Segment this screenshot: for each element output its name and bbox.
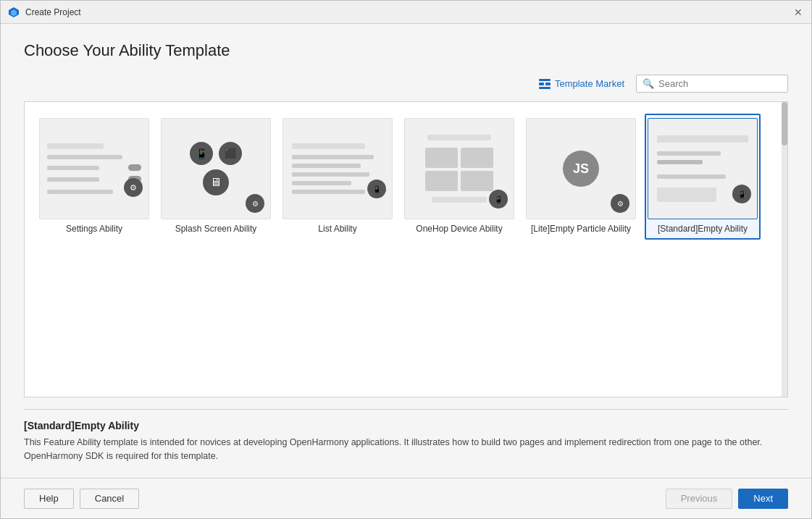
phone-icon: 📱: [190, 142, 213, 165]
cancel-button[interactable]: Cancel: [80, 489, 139, 509]
template-name-list: List Ability: [318, 224, 356, 235]
svg-rect-5: [539, 87, 551, 89]
template-splash-ability[interactable]: 📱 ⬛ 🖥 ⚙ Splash Screen Ability: [158, 114, 274, 240]
svg-rect-3: [539, 83, 544, 85]
template-thumb-onehop: 📱: [404, 118, 514, 219]
previous-button[interactable]: Previous: [666, 489, 733, 509]
scrollbar[interactable]: [782, 102, 787, 397]
footer-right: Previous Next: [666, 489, 788, 509]
divider: [24, 409, 788, 410]
templates-area: ⚙ Settings Ability 📱 ⬛ 🖥: [24, 101, 788, 397]
template-name-splash: Splash Screen Ability: [175, 224, 257, 235]
template-name-lite: [Lite]Empty Particle Ability: [531, 224, 631, 235]
template-market-label: Template Market: [555, 78, 624, 89]
close-button[interactable]: ✕: [792, 7, 804, 18]
scrollbar-thumb: [782, 102, 787, 145]
template-thumb-list: 📱: [282, 118, 393, 219]
monitor-icon: 🖥: [203, 169, 229, 195]
create-project-window: Create Project ✕ Choose Your Ability Tem…: [0, 0, 812, 519]
svg-rect-4: [545, 83, 551, 85]
next-button[interactable]: Next: [738, 489, 788, 509]
toolbar: Template Market 🔍: [24, 75, 788, 93]
tablet-icon: ⬛: [219, 142, 242, 165]
template-thumb-lite: JS ⚙: [526, 118, 636, 219]
template-list-ability[interactable]: 📱 List Ability: [280, 114, 395, 240]
title-bar: Create Project ✕: [1, 1, 811, 24]
search-icon: 🔍: [643, 78, 654, 89]
app-icon: [8, 7, 20, 18]
page-title: Choose Your Ability Template: [24, 41, 788, 60]
template-settings-ability[interactable]: ⚙ Settings Ability: [36, 114, 152, 240]
svg-rect-2: [539, 79, 551, 81]
js-icon: JS: [563, 151, 599, 187]
main-content: Choose Your Ability Template Template Ma…: [1, 24, 811, 478]
search-input[interactable]: [658, 78, 782, 89]
template-lite-empty-particle[interactable]: JS ⚙ [Lite]Empty Particle Ability: [523, 114, 639, 240]
description-text: This Feature Ability template is intende…: [24, 436, 788, 463]
template-thumb-standard: 📱: [648, 118, 758, 219]
footer: Help Cancel Previous Next: [1, 478, 811, 518]
description-title: [Standard]Empty Ability: [24, 420, 788, 431]
template-name-settings: Settings Ability: [66, 224, 122, 235]
footer-left: Help Cancel: [24, 489, 139, 509]
search-box: 🔍: [636, 75, 788, 93]
template-onehop-ability[interactable]: 📱 OneHop Device Ability: [401, 114, 517, 240]
template-market-button[interactable]: Template Market: [539, 78, 624, 89]
template-thumb-splash: 📱 ⬛ 🖥 ⚙: [161, 118, 271, 219]
template-standard-empty[interactable]: 📱 [Standard]Empty Ability: [645, 114, 761, 240]
template-thumb-settings: ⚙: [39, 118, 149, 219]
template-market-icon: [539, 79, 551, 89]
templates-grid: ⚙ Settings Ability 📱 ⬛ 🖥: [25, 102, 787, 251]
window-title: Create Project: [25, 7, 81, 17]
description-area: [Standard]Empty Ability This Feature Abi…: [24, 420, 788, 478]
bottom-section: [Standard]Empty Ability This Feature Abi…: [24, 397, 788, 478]
template-name-standard: [Standard]Empty Ability: [658, 224, 748, 235]
template-name-onehop: OneHop Device Ability: [416, 224, 502, 235]
help-button[interactable]: Help: [24, 489, 74, 509]
